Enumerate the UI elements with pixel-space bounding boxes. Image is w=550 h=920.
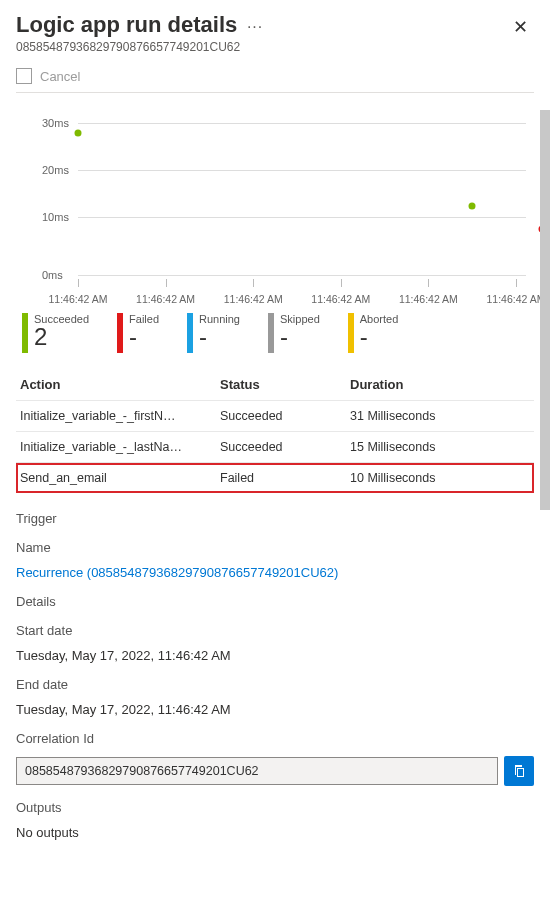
- x-tick: [516, 279, 517, 287]
- correlation-id-label: Correlation Id: [16, 731, 534, 746]
- status-value: -: [199, 325, 240, 349]
- end-date-label: End date: [16, 677, 534, 692]
- start-date-label: Start date: [16, 623, 534, 638]
- x-tick: [166, 279, 167, 287]
- status-bar: [117, 313, 123, 353]
- cell: 10 Milliseconds: [350, 471, 530, 485]
- start-date-value: Tuesday, May 17, 2022, 11:46:42 AM: [16, 648, 534, 663]
- cancel-icon: [16, 68, 32, 84]
- y-tick-label: 0ms: [42, 269, 63, 281]
- x-tick-label: 11:46:42 AM: [224, 293, 283, 305]
- scrollbar[interactable]: [540, 110, 550, 510]
- grid-line: [78, 170, 526, 171]
- cancel-label: Cancel: [40, 69, 80, 84]
- cell: 15 Milliseconds: [350, 440, 530, 454]
- trigger-name-label: Name: [16, 540, 534, 555]
- cell: Succeeded: [220, 409, 350, 423]
- x-tick: [78, 279, 79, 287]
- trigger-link[interactable]: Recurrence (0858548793682979087665774920…: [16, 565, 534, 580]
- x-tick-label: 11:46:42 AM: [49, 293, 108, 305]
- x-tick-label: 11:46:42 AM: [487, 293, 546, 305]
- actions-table: Action Status Duration Initialize_variab…: [16, 369, 534, 493]
- status-item: Failed-: [117, 313, 159, 353]
- status-bar: [268, 313, 274, 353]
- grid-line: [78, 123, 526, 124]
- y-tick-label: 10ms: [42, 211, 69, 223]
- table-row[interactable]: Initialize_variable_-_lastNa…Succeeded15…: [16, 432, 534, 463]
- copy-button[interactable]: [504, 756, 534, 786]
- status-bar: [22, 313, 28, 353]
- table-row[interactable]: Initialize_variable_-_firstN…Succeeded31…: [16, 401, 534, 432]
- status-value: -: [129, 325, 159, 349]
- status-bar: [187, 313, 193, 353]
- status-bar: [348, 313, 354, 353]
- cell: Initialize_variable_-_firstN…: [20, 409, 220, 423]
- cell: Send_an_email: [20, 471, 220, 485]
- x-tick-label: 11:46:42 AM: [399, 293, 458, 305]
- cell: Succeeded: [220, 440, 350, 454]
- page-title: Logic app run details: [16, 12, 237, 38]
- status-item: Skipped-: [268, 313, 320, 353]
- cancel-command: Cancel: [16, 68, 534, 84]
- grid-line: [78, 217, 526, 218]
- x-tick: [341, 279, 342, 287]
- copy-icon: [511, 763, 527, 779]
- status-value: 2: [34, 325, 89, 349]
- status-value: -: [280, 325, 320, 349]
- more-icon[interactable]: ···: [247, 18, 263, 35]
- grid-line: [78, 275, 526, 276]
- outputs-section: Outputs: [16, 800, 534, 815]
- table-header: Action Status Duration: [16, 369, 534, 401]
- status-item: Aborted-: [348, 313, 399, 353]
- close-icon[interactable]: ✕: [507, 12, 534, 42]
- details-section: Details: [16, 594, 534, 609]
- chart-point: [75, 130, 82, 137]
- status-summary: Succeeded2Failed-Running-Skipped-Aborted…: [16, 313, 534, 353]
- y-tick-label: 20ms: [42, 164, 69, 176]
- x-tick-label: 11:46:42 AM: [311, 293, 370, 305]
- end-date-value: Tuesday, May 17, 2022, 11:46:42 AM: [16, 702, 534, 717]
- run-id-subtitle: 08585487936829790876657749201CU62: [16, 40, 263, 54]
- duration-chart: 30ms20ms10ms0ms11:46:42 AM11:46:42 AM11:…: [20, 105, 530, 305]
- divider: [16, 92, 534, 93]
- y-tick-label: 30ms: [42, 117, 69, 129]
- chart-point: [469, 203, 476, 210]
- status-item: Succeeded2: [22, 313, 89, 353]
- cell: 31 Milliseconds: [350, 409, 530, 423]
- status-item: Running-: [187, 313, 240, 353]
- x-tick-label: 11:46:42 AM: [136, 293, 195, 305]
- correlation-id-field[interactable]: 08585487936829790876657749201CU62: [16, 757, 498, 785]
- x-tick: [428, 279, 429, 287]
- cell: Initialize_variable_-_lastNa…: [20, 440, 220, 454]
- cell: Failed: [220, 471, 350, 485]
- outputs-value: No outputs: [16, 825, 534, 840]
- x-tick: [253, 279, 254, 287]
- table-row[interactable]: Send_an_emailFailed10 Milliseconds: [16, 463, 534, 493]
- trigger-section: Trigger: [16, 511, 534, 526]
- status-value: -: [360, 325, 399, 349]
